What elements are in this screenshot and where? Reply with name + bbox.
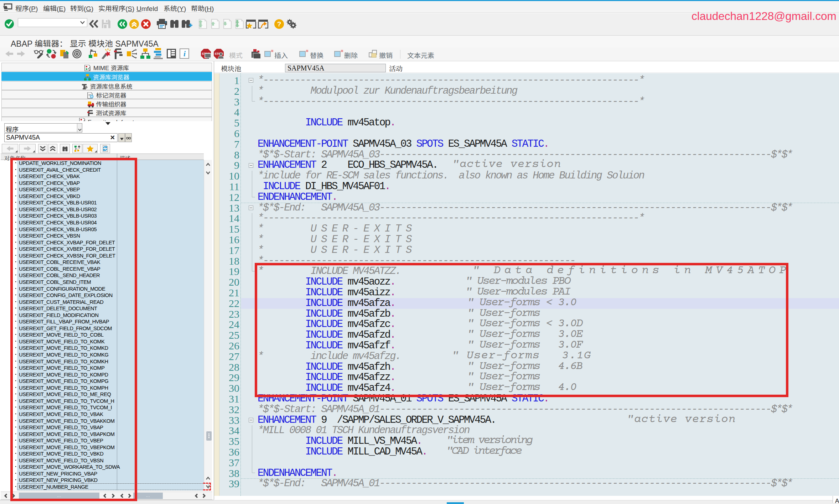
svg-text:i: i [183, 49, 186, 58]
svg-text:?: ? [277, 20, 281, 27]
